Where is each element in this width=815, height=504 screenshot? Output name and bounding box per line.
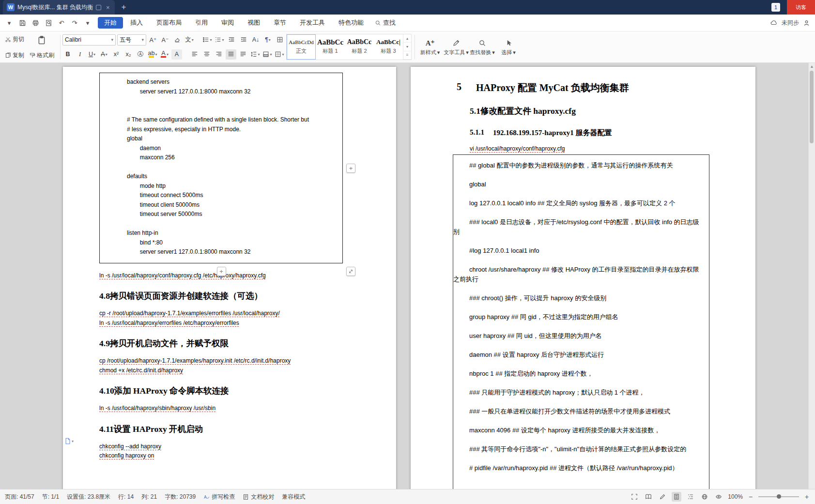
margin-options-button[interactable]: ▾	[64, 438, 74, 444]
doc-paragraph[interactable]: 4.9拷贝开机启动文件，并赋予权限	[99, 337, 343, 349]
menu-tab-review[interactable]: 审阅	[215, 17, 240, 29]
scrollbar-thumb[interactable]	[810, 71, 814, 143]
status-spell-check[interactable]: 拼写检查	[203, 493, 235, 501]
code-line[interactable]: defaults	[127, 172, 339, 182]
tab-close-icon[interactable]: ×	[106, 4, 110, 11]
document-page-left[interactable]: backend servers server server1 127.0.0.1…	[63, 67, 396, 489]
config-line[interactable]: ## global 配置中的参数为进程级别的参数，通常与其运行的操作系统有关	[453, 161, 704, 170]
italic-button[interactable]: I	[75, 49, 85, 60]
font-family-combo[interactable]: Calibri▾	[62, 34, 116, 46]
haproxy-config-table[interactable]: ## global 配置中的参数为进程级别的参数，通常与其运行的操作系统有关gl…	[453, 154, 709, 489]
paragraph-mark-button[interactable]: ¶▾	[262, 35, 273, 45]
config-line[interactable]: chroot /usr/share/haproxy ## 修改 HAProxy …	[453, 265, 704, 284]
config-line[interactable]: daemon ## 设置 haproxy 后台守护进程形式运行	[453, 350, 704, 360]
clear-format-button[interactable]	[172, 35, 183, 45]
increase-indent-button[interactable]	[238, 35, 249, 45]
fullscreen-button[interactable]	[630, 492, 639, 502]
code-line[interactable]: mode http	[127, 182, 339, 191]
enclose-character-button[interactable]: Ⓐ	[135, 49, 146, 60]
align-right-button[interactable]	[214, 49, 224, 60]
code-line[interactable]: # The same configuration defined with a …	[127, 115, 339, 125]
style-card[interactable]: AaBbCc| 标题 3	[374, 34, 403, 60]
font-size-combo[interactable]: 五号▾	[117, 34, 146, 46]
status-compat-mode[interactable]: 兼容模式	[282, 493, 305, 501]
heading-3[interactable]: 5.1.1 192.168.199.157-haproxy1 服务器配置	[470, 128, 709, 137]
code-line[interactable]: bind *:80	[127, 238, 339, 248]
numbered-list-button[interactable]: ▾	[214, 35, 225, 45]
config-line[interactable]: ### 一般只在单进程仅能打开少数文件描述符的场景中才使用多进程模式	[453, 407, 704, 416]
borders-button[interactable]: ▾	[274, 49, 285, 60]
zoom-out-button[interactable]: −	[747, 493, 754, 501]
menu-tab-page-layout[interactable]: 页面布局	[150, 17, 188, 29]
config-line[interactable]: ### 其等同于命令行选项"-n"，"ulimit-n"自动计算的结果正式参照从…	[453, 444, 704, 454]
code-line[interactable]: backend servers	[127, 77, 339, 87]
menu-tab-view[interactable]: 视图	[241, 17, 266, 29]
zoom-slider-thumb[interactable]	[777, 494, 781, 499]
status-doc-proofing[interactable]: 文档校对	[243, 493, 274, 501]
bold-button[interactable]: B	[62, 49, 73, 60]
shading-fill-button[interactable]: ▾	[262, 49, 273, 60]
read-mode-button[interactable]	[644, 492, 653, 502]
menu-tab-references[interactable]: 引用	[189, 17, 214, 29]
config-line[interactable]: ### local0 是日志设备，对应于/etc/rsyslog.conf 中的…	[453, 217, 704, 237]
heading-1[interactable]: 5 HAProxy 配置 MyCat 负载均衡集群	[457, 81, 709, 94]
config-line[interactable]: #log 127.0.0.1 local1 info	[453, 246, 704, 256]
distribute-button[interactable]	[238, 49, 248, 60]
page-view-button[interactable]	[672, 492, 681, 502]
user-avatar-icon[interactable]	[803, 19, 810, 27]
config-line[interactable]: group haproxy ## 同 gid，不过这里为指定的用户组名	[453, 312, 704, 322]
code-line[interactable]: listen http-in	[127, 229, 339, 238]
cut-button[interactable]: 剪切	[4, 35, 25, 44]
code-line[interactable]: server server1 127.0.0.1:8000 maxconn 32	[127, 247, 339, 257]
outline-view-button[interactable]	[686, 492, 695, 502]
style-card[interactable]: AaBbCc 标题 1	[316, 34, 345, 60]
bullet-list-button[interactable]: ▾	[202, 35, 213, 45]
character-shading-button[interactable]: A	[171, 49, 182, 60]
code-line[interactable]: global	[127, 134, 339, 144]
menu-tab-insert[interactable]: 插入	[124, 17, 149, 29]
format-painter-button[interactable]: 格式刷	[28, 51, 55, 60]
ribbon-search[interactable]: 查找	[370, 17, 400, 29]
styles-scroll-up-icon[interactable]: ▴	[403, 34, 411, 43]
doc-paragraph[interactable]: ln -s /usr/local/haproxy/errorfiles /etc…	[99, 319, 343, 328]
config-line[interactable]: maxconn 4096 ## 设定每个 haproxy 进程所接受的最大并发连…	[453, 426, 704, 435]
superscript-button[interactable]: x²	[111, 49, 122, 60]
style-card[interactable]: AaBbCc 标题 2	[345, 34, 374, 60]
table-add-column-button[interactable]: +	[346, 164, 355, 173]
config-code-table[interactable]: backend servers server server1 127.0.0.1…	[99, 73, 343, 263]
menu-tab-dev-tools[interactable]: 开发工具	[293, 17, 331, 29]
menu-chevron-icon[interactable]: ▾	[5, 18, 14, 27]
heading-2[interactable]: 5.1修改配置文件 haproxy.cfg	[470, 105, 709, 117]
table-resize-handle[interactable]	[346, 267, 355, 276]
save-button[interactable]	[18, 18, 27, 27]
new-tab-button[interactable]: +	[122, 2, 126, 12]
vi-command-line[interactable]: vi /usr/local/haproxy/conf/haproxy.cfg	[470, 145, 709, 152]
align-center-button[interactable]	[201, 49, 212, 60]
code-line[interactable]: timeout client 50000ms	[127, 200, 339, 210]
styles-scroll-down-icon[interactable]: ▾	[403, 43, 411, 51]
config-line[interactable]: ### chroot() 操作，可以提升 haproxy 的安全级别	[453, 293, 704, 303]
zoom-level-label[interactable]: 100%	[728, 493, 743, 500]
justify-button[interactable]	[226, 49, 236, 60]
styles-more-icon[interactable]: ≡	[403, 51, 411, 60]
ink-button[interactable]	[658, 492, 667, 502]
strikethrough-button[interactable]: A▾	[99, 49, 109, 60]
code-line[interactable]: daemon	[127, 144, 339, 153]
text-tool-button[interactable]: 文字工具▾	[443, 33, 469, 61]
code-line[interactable]	[127, 106, 339, 116]
underline-button[interactable]: U▾	[87, 49, 97, 60]
decrease-indent-button[interactable]	[226, 35, 237, 45]
copy-button[interactable]: 复制	[4, 51, 25, 60]
code-line[interactable]	[127, 219, 339, 229]
code-line[interactable]: maxconn 256	[127, 153, 339, 163]
code-line[interactable]: server server1 127.0.0.1:8000 maxconn 32	[127, 87, 339, 97]
highlight-color-button[interactable]: ab▾	[147, 49, 158, 60]
redo-button[interactable]: ↷	[70, 18, 79, 27]
align-left-button[interactable]	[189, 49, 200, 60]
config-line[interactable]: # pidfile /var/run/haproxy.pid ## 进程文件（默…	[453, 463, 704, 473]
pinyin-guide-button[interactable]: 文▾	[184, 35, 195, 45]
font-color-button[interactable]: A▾	[159, 49, 170, 60]
insert-table-grid-button[interactable]	[275, 35, 285, 45]
zoom-slider[interactable]	[758, 496, 799, 497]
vertical-scrollbar[interactable]: ▲	[808, 63, 815, 489]
